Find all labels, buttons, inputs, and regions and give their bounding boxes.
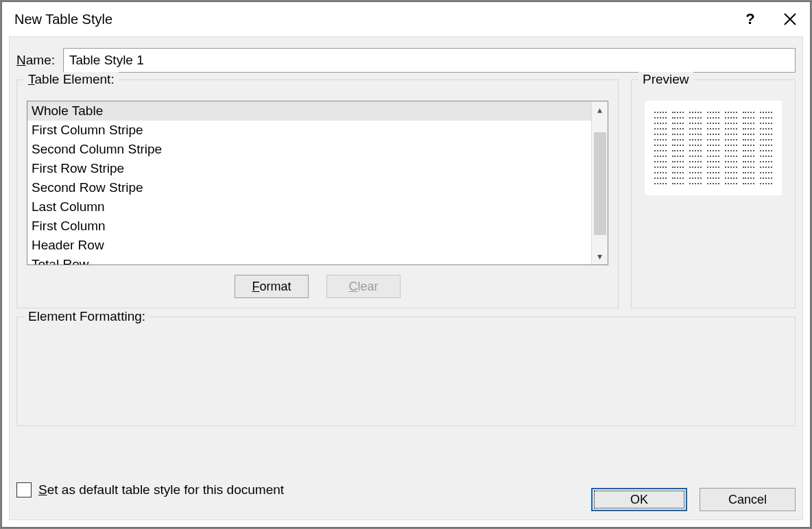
list-item[interactable]: First Column Stripe — [27, 121, 591, 140]
name-input[interactable] — [63, 48, 796, 73]
table-element-legend: Table Element: — [24, 72, 119, 87]
cancel-button[interactable]: Cancel — [700, 488, 796, 511]
format-button[interactable]: Format — [235, 275, 309, 298]
list-item[interactable]: Header Row — [27, 236, 591, 255]
scroll-down-icon: ▾ — [597, 248, 602, 264]
table-element-items: Whole Table First Column Stripe Second C… — [27, 101, 591, 264]
list-item[interactable]: Total Row — [27, 255, 591, 264]
titlebar: New Table Style ? — [2, 2, 810, 36]
set-default-checkbox[interactable]: Set as default table style for this docu… — [16, 482, 284, 497]
table-element-listbox[interactable]: Whole Table First Column Stripe Second C… — [27, 101, 608, 265]
list-item[interactable]: Whole Table — [27, 101, 591, 121]
element-formatting-legend: Element Formatting: — [24, 309, 150, 324]
table-element-fieldset: Table Element: Whole Table First Column … — [16, 79, 619, 308]
preview-fieldset: Preview — [631, 79, 796, 308]
dialog-title: New Table Style — [14, 12, 730, 27]
close-button[interactable] — [770, 2, 810, 36]
checkbox-box-icon — [16, 482, 32, 497]
help-icon: ? — [745, 10, 754, 28]
preview-surface — [645, 101, 782, 195]
set-default-label: Set as default table style for this docu… — [38, 482, 284, 497]
help-button[interactable]: ? — [730, 2, 770, 36]
close-icon — [783, 12, 797, 26]
scroll-thumb[interactable] — [594, 132, 606, 235]
list-item[interactable]: Last Column — [27, 197, 591, 217]
new-table-style-dialog: New Table Style ? Name: Table Element: W… — [1, 1, 811, 528]
preview-legend: Preview — [638, 72, 693, 87]
dialog-content: Name: Table Element: Whole Table First C… — [9, 36, 803, 520]
list-item[interactable]: First Row Stripe — [27, 159, 591, 178]
clear-button: Clear — [326, 275, 401, 298]
element-formatting-fieldset: Element Formatting: — [16, 317, 796, 426]
list-item[interactable]: Second Column Stripe — [27, 140, 591, 159]
list-item[interactable]: First Column — [27, 217, 591, 236]
preview-table — [649, 108, 778, 188]
name-label: Name: — [16, 53, 55, 68]
ok-button[interactable]: OK — [591, 488, 687, 511]
list-item[interactable]: Second Row Stripe — [27, 178, 591, 197]
listbox-scrollbar[interactable]: ▴ ▾ — [591, 101, 608, 264]
scroll-up-icon: ▴ — [597, 101, 602, 118]
